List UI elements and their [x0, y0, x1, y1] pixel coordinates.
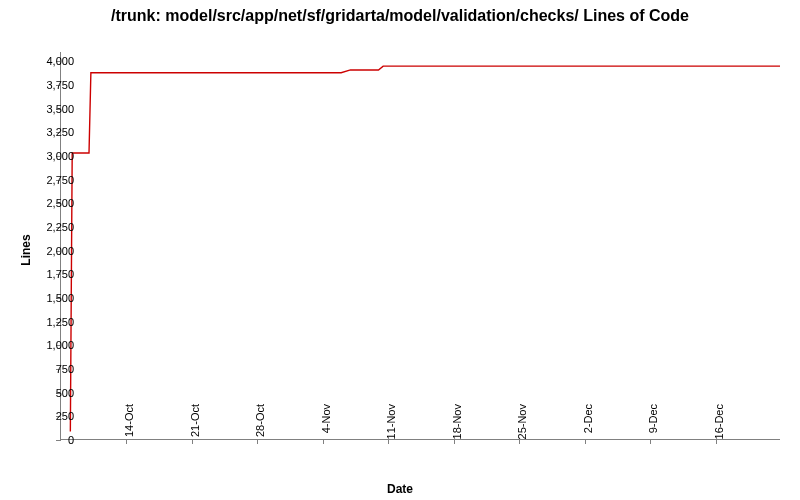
x-axis-label: Date: [0, 482, 800, 496]
x-tick-label: 16-Dec: [713, 404, 725, 439]
x-tick-label: 4-Nov: [320, 404, 332, 433]
x-tick: [126, 439, 127, 444]
y-tick-label: 3,500: [46, 103, 74, 115]
y-tick-label: 2,750: [46, 174, 74, 186]
y-tick-label: 750: [56, 363, 74, 375]
y-tick-label: 250: [56, 410, 74, 422]
x-tick-label: 9-Dec: [647, 404, 659, 433]
x-tick-label: 25-Nov: [516, 404, 528, 439]
x-tick: [519, 439, 520, 444]
x-tick: [388, 439, 389, 444]
y-tick-label: 0: [68, 434, 74, 446]
x-tick: [650, 439, 651, 444]
y-tick-label: 3,750: [46, 79, 74, 91]
x-tick-label: 21-Oct: [189, 404, 201, 437]
y-tick-label: 1,000: [46, 339, 74, 351]
x-tick-label: 28-Oct: [254, 404, 266, 437]
y-axis-label: Lines: [19, 234, 33, 265]
x-tick: [716, 439, 717, 444]
plot-area: [60, 52, 780, 440]
y-tick-label: 1,250: [46, 316, 74, 328]
line-series: [61, 52, 780, 439]
x-tick: [323, 439, 324, 444]
x-tick-label: 14-Oct: [123, 404, 135, 437]
x-tick: [454, 439, 455, 444]
y-tick-label: 1,750: [46, 268, 74, 280]
x-tick: [192, 439, 193, 444]
x-tick-label: 2-Dec: [582, 404, 594, 433]
y-tick-label: 2,000: [46, 245, 74, 257]
y-tick-label: 500: [56, 387, 74, 399]
y-tick-label: 1,500: [46, 292, 74, 304]
y-tick-label: 3,000: [46, 150, 74, 162]
y-tick: [56, 440, 61, 441]
x-tick-label: 11-Nov: [385, 404, 397, 439]
x-tick-label: 18-Nov: [451, 404, 463, 439]
x-tick: [585, 439, 586, 444]
y-tick-label: 3,250: [46, 126, 74, 138]
chart-title: /trunk: model/src/app/net/sf/gridarta/mo…: [0, 6, 800, 26]
y-tick-label: 2,250: [46, 221, 74, 233]
y-tick-label: 4,000: [46, 55, 74, 67]
y-tick-label: 2,500: [46, 197, 74, 209]
x-tick: [257, 439, 258, 444]
